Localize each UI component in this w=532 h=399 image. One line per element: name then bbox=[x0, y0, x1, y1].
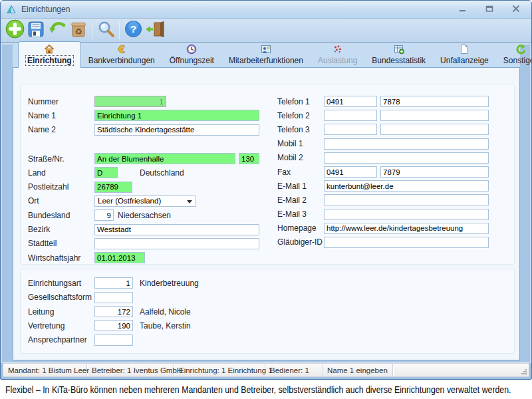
text-field[interactable] bbox=[324, 237, 489, 248]
text-field[interactable] bbox=[94, 110, 259, 121]
title-bar[interactable]: Einrichtungen bbox=[1, 1, 531, 19]
field-label: Nummer bbox=[28, 97, 94, 106]
text-field[interactable] bbox=[94, 334, 133, 346]
form-row: VertretungTaube, Kerstin bbox=[28, 319, 275, 332]
recycle-button[interactable]: ♻ bbox=[68, 21, 89, 41]
field-label: Einrichtungsart bbox=[28, 279, 94, 288]
text-field[interactable] bbox=[94, 167, 118, 178]
text-field[interactable] bbox=[324, 96, 377, 107]
form-row: Mobil 1 bbox=[277, 137, 503, 151]
text-field[interactable] bbox=[94, 238, 259, 249]
text-field[interactable] bbox=[94, 96, 166, 107]
text-field[interactable] bbox=[94, 182, 132, 193]
field-label: Bezirk bbox=[28, 225, 94, 234]
text-field[interactable] bbox=[94, 124, 259, 136]
text-field[interactable] bbox=[324, 138, 489, 150]
tab-öffnungszeit[interactable]: Öffnungszeit bbox=[162, 42, 221, 67]
maximize-button[interactable] bbox=[485, 5, 494, 14]
euro-icon: € bbox=[116, 44, 127, 55]
field-label: Land bbox=[28, 168, 94, 178]
text-field[interactable] bbox=[94, 209, 114, 221]
city-combobox[interactable]: Leer (Ostfriesland) bbox=[94, 196, 196, 207]
form-column-right: Telefon 1Telefon 2Telefon 3Mobil 1Mobil … bbox=[277, 94, 503, 249]
text-field[interactable] bbox=[94, 224, 259, 235]
form-row: LandDeutschland bbox=[28, 166, 275, 180]
close-button[interactable] bbox=[511, 5, 521, 14]
text-field[interactable] bbox=[94, 153, 235, 164]
tab-label: Mitarbeiterfunktionen bbox=[229, 56, 303, 65]
field-label: E-Mail 2 bbox=[277, 196, 324, 205]
text-field[interactable] bbox=[380, 96, 489, 107]
form-row: Name 2 bbox=[28, 123, 275, 137]
text-field[interactable] bbox=[94, 252, 145, 263]
tab-label: Öffnungszeit bbox=[170, 56, 214, 65]
text-field[interactable] bbox=[380, 110, 489, 121]
undo-icon bbox=[49, 20, 66, 41]
field-label: Telefon 2 bbox=[277, 111, 324, 120]
text-field[interactable] bbox=[324, 209, 489, 220]
form-row: Straße/Nr. bbox=[28, 152, 275, 166]
new-button[interactable] bbox=[4, 21, 25, 41]
field-suffix-text: Taube, Kerstin bbox=[140, 321, 191, 331]
text-field[interactable] bbox=[94, 292, 133, 303]
minimize-icon bbox=[459, 3, 467, 15]
form-row: Postleitzahl bbox=[28, 180, 275, 194]
text-field[interactable] bbox=[324, 166, 377, 178]
tab-strip: Einrichtung€BankverbindungenÖffnungszeit… bbox=[13, 45, 520, 67]
tab-bundesstatistik[interactable]: Bundesstatistik bbox=[364, 42, 433, 67]
text-field[interactable] bbox=[324, 110, 377, 121]
field-label: Wirtschaftsjahr bbox=[28, 253, 94, 263]
help-button[interactable]: ? bbox=[122, 21, 144, 41]
tab-mitarbeiterfunktionen[interactable]: Mitarbeiterfunktionen bbox=[221, 42, 311, 67]
text-field[interactable] bbox=[324, 124, 377, 135]
field-label: Mobil 1 bbox=[277, 139, 324, 148]
client-area: Einrichtung€BankverbindungenÖffnungszeit… bbox=[1, 43, 531, 363]
exit-button[interactable] bbox=[144, 21, 165, 41]
window-controls bbox=[458, 5, 526, 14]
field-suffix-text: Kinderbetreuung bbox=[140, 279, 199, 288]
tab-label: Auslastung bbox=[318, 56, 357, 65]
sync-icon bbox=[515, 44, 526, 55]
form-spacer bbox=[28, 265, 275, 276]
field-suffix-text: Niedersachsen bbox=[118, 211, 171, 220]
text-field[interactable] bbox=[324, 194, 489, 205]
form-row: Telefon 1 bbox=[277, 94, 503, 108]
search-button[interactable] bbox=[95, 21, 116, 41]
status-mandant: Mandant: 1 Bistum Leer bbox=[3, 364, 87, 376]
form-row: E-Mail 3 bbox=[277, 207, 503, 221]
status-bediener: Bediener: 1 bbox=[265, 364, 323, 376]
field-label: Leitung bbox=[28, 307, 94, 317]
house-icon bbox=[44, 44, 55, 55]
text-field[interactable] bbox=[94, 306, 133, 317]
field-label: E-Mail 3 bbox=[277, 209, 324, 219]
field-label: Gesellschaftsform bbox=[28, 293, 94, 302]
form-row: LeitungAalfeld, Nicole bbox=[28, 305, 275, 319]
text-field[interactable] bbox=[324, 180, 489, 192]
text-field[interactable] bbox=[324, 152, 489, 164]
text-field[interactable] bbox=[94, 320, 133, 331]
scatter-icon bbox=[332, 44, 343, 55]
text-field[interactable] bbox=[239, 153, 259, 164]
minimize-button[interactable] bbox=[458, 5, 467, 14]
tab-bankverbindungen[interactable]: €Bankverbindungen bbox=[81, 42, 162, 67]
resize-grip-icon[interactable] bbox=[521, 368, 527, 375]
field-label: Stadtteil bbox=[28, 239, 94, 248]
text-field[interactable] bbox=[94, 277, 133, 289]
text-field[interactable] bbox=[324, 223, 489, 234]
form-row: EinrichtungsartKinderbetreuung bbox=[28, 276, 275, 290]
undo-button[interactable] bbox=[47, 21, 68, 41]
text-field[interactable] bbox=[380, 124, 489, 135]
tab-unfallanzeige[interactable]: Unfallanzeige bbox=[433, 42, 496, 67]
chevron-down-icon bbox=[187, 200, 192, 203]
form-row: BundeslandNiedersachsen bbox=[28, 208, 275, 222]
text-field[interactable] bbox=[380, 166, 489, 178]
tab-einrichtung[interactable]: Einrichtung bbox=[18, 41, 81, 68]
maximize-icon bbox=[485, 3, 493, 15]
field-suffix-text: Deutschland bbox=[140, 168, 184, 178]
tab-sonstiges[interactable]: Sonstiges bbox=[496, 42, 532, 67]
field-label: Name 2 bbox=[28, 125, 94, 134]
form-row: Gesellschaftsform bbox=[28, 291, 275, 305]
people-icon bbox=[261, 44, 271, 55]
form-row: Bezirk bbox=[28, 222, 275, 236]
save-button[interactable] bbox=[25, 21, 47, 41]
